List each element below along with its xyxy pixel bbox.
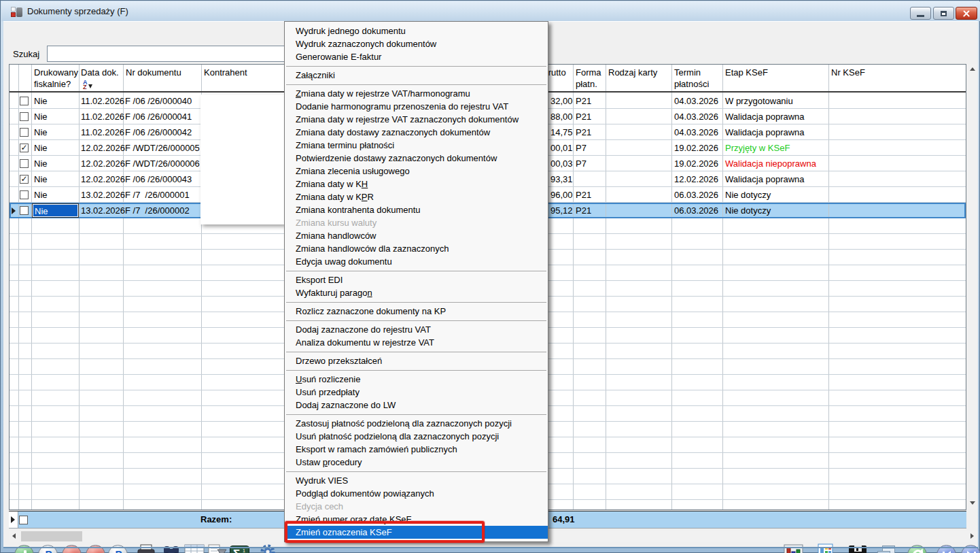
toolbar-button-last-record[interactable]: [960, 543, 980, 553]
toolbar-button-sum[interactable]: Σ1 23 4: [228, 543, 251, 553]
menu-separator: [286, 370, 546, 371]
grid-vline: [722, 65, 723, 510]
close-button[interactable]: [956, 7, 977, 20]
row-checkbox[interactable]: ✓: [20, 144, 29, 152]
cell-data-dok: 11.02.2026: [81, 93, 123, 109]
toolbar-button-delete[interactable]: [60, 543, 84, 553]
cell-etap-ksef: W przygotowaniu: [725, 93, 827, 109]
menu-item[interactable]: Usuń rozliczenie: [285, 373, 548, 386]
toolbar-button-delete-marked[interactable]: ✓: [84, 543, 107, 553]
cell-termin-platnosci: 19.02.2026: [674, 140, 720, 156]
cell-forma-platnosci: P21: [576, 109, 603, 124]
column-header-etap-ksef[interactable]: Etap KSeF: [725, 67, 820, 78]
summary-checkbox[interactable]: [19, 516, 28, 524]
menu-item[interactable]: Zmiana terminu płatności: [285, 139, 548, 152]
column-header-nr-dokumentu[interactable]: Nr dokumentu: [126, 67, 199, 78]
toolbar-button-chart[interactable]: [783, 543, 806, 553]
column-header-nr-ksef[interactable]: Nr KSeF: [831, 67, 933, 78]
menu-item[interactable]: Zmiana daty w KH: [285, 178, 548, 190]
toolbar-button-refresh[interactable]: [906, 543, 929, 553]
row-checkbox[interactable]: [20, 190, 29, 199]
grid-vline: [573, 65, 574, 510]
toolbar-button-edit-p[interactable]: P: [107, 543, 130, 553]
title-bar[interactable]: Dokumenty sprzedaży (F): [1, 1, 980, 21]
menu-item[interactable]: Wydruk jednego dokumentu: [285, 24, 548, 37]
menu-item[interactable]: Wydruk zaznaczonych dokumentów: [285, 37, 548, 50]
menu-item[interactable]: Wyfakturuj paragon: [285, 286, 548, 299]
column-header-forma-platnosci[interactable]: Forma płatn.: [576, 67, 604, 90]
toolbar-button-add[interactable]: [13, 543, 36, 553]
toolbar-button-windows[interactable]: [875, 543, 898, 553]
column-header-rodzaj-karty[interactable]: Rodzaj karty: [608, 67, 669, 78]
horizontal-scroll-thumb[interactable]: [21, 531, 82, 541]
cell-termin-platnosci: 12.02.2026: [674, 171, 720, 187]
menu-item[interactable]: Edycja uwag dokumentu: [285, 255, 548, 268]
menu-item[interactable]: Dodaj zaznaczone do rejestru VAT: [285, 323, 548, 336]
row-checkbox[interactable]: [20, 159, 29, 168]
first-record-icon: [937, 545, 956, 553]
cell-etap-ksef: Przyjęty w KSeF: [725, 140, 827, 156]
menu-item[interactable]: Podgląd dokumentów powiązanych: [285, 487, 548, 500]
menu-item[interactable]: Zmiana daty w rejestrze VAT/harmonogramu: [285, 87, 548, 100]
menu-item[interactable]: Zastosuj płatność podzieloną dla zaznacz…: [285, 417, 548, 430]
window-bottom-edge: [3, 547, 978, 548]
sort-arrow-icon: [88, 84, 92, 88]
menu-item[interactable]: Dodanie harmonogramu przenoszenia do rej…: [285, 100, 548, 113]
toolbar-button-search-binoculars[interactable]: [160, 543, 183, 553]
menu-item[interactable]: Usuń płatność podzieloną dla zaznaczonyc…: [285, 430, 548, 443]
menu-item[interactable]: Zmiana daty dostawy zaznaczonych dokumen…: [285, 126, 548, 139]
column-header-drukowany-fiskalnie[interactable]: Drukowany fiskalnie?: [34, 67, 77, 90]
menu-item[interactable]: Analiza dokumentu w rejestrze VAT: [285, 336, 548, 349]
scroll-left-icon[interactable]: [12, 533, 16, 539]
toolbar-button-first-record[interactable]: [935, 543, 958, 553]
cell-termin-platnosci: 06.03.2026: [674, 187, 720, 203]
minimize-button[interactable]: [910, 7, 931, 20]
cell-nr-dokumentu: F /06 /26/000041: [125, 109, 201, 124]
scroll-up-icon[interactable]: [970, 67, 975, 71]
drukowany-cell-editor[interactable]: Nie: [32, 203, 79, 218]
cell-etap-ksef: Walidacja poprawna: [725, 124, 827, 140]
menu-item[interactable]: Generowanie E-faktur: [285, 50, 548, 63]
cell-data-dok: 12.02.2026: [81, 171, 123, 187]
toolbar-button-settings-gears[interactable]: [259, 543, 282, 553]
menu-item[interactable]: Zmiana handlowców: [285, 229, 548, 242]
menu-item[interactable]: Drzewo przekształceń: [285, 354, 548, 367]
edit-p-icon: P: [108, 545, 128, 553]
toolbar-button-report[interactable]: [816, 543, 839, 553]
row-checkbox[interactable]: ✓: [20, 175, 29, 184]
menu-item[interactable]: Usuń przedpłaty: [285, 386, 548, 399]
column-header-data-dok[interactable]: Data dok.AZ: [81, 67, 122, 90]
menu-item[interactable]: Eksport w ramach zamówień publicznych: [285, 443, 548, 456]
report-icon: [816, 543, 836, 553]
menu-item[interactable]: Wydruk VIES: [285, 474, 548, 487]
toolbar-button-show-p[interactable]: P: [37, 543, 60, 553]
menu-item[interactable]: Zmiana zlecenia usługowego: [285, 165, 548, 178]
row-checkbox[interactable]: [20, 112, 29, 121]
cell-nr-dokumentu: F /7 /26/000001: [125, 187, 201, 203]
toolbar-button-save[interactable]: [846, 543, 869, 553]
summary-label: Razem:: [200, 512, 232, 528]
menu-item[interactable]: Eksport EDI: [285, 273, 548, 286]
scroll-down-icon[interactable]: [970, 501, 975, 505]
menu-item[interactable]: Dodaj zaznaczone do LW: [285, 399, 548, 412]
delete-icon: [62, 545, 82, 553]
scroll-right-icon[interactable]: [970, 533, 974, 539]
menu-item[interactable]: Załączniki: [285, 69, 548, 82]
menu-item[interactable]: Ustaw procedury: [285, 456, 548, 469]
toolbar-button-table-search[interactable]: [183, 543, 206, 553]
menu-item[interactable]: Potwierdzenie dostawy zaznaczonych dokum…: [285, 152, 548, 165]
menu-item[interactable]: Zmiana daty w rejestrze VAT zaznaczonych…: [285, 113, 548, 126]
menu-item[interactable]: Zmiana kontrahenta dokumentu: [285, 203, 548, 216]
menu-item[interactable]: Zmiana daty w KPR: [285, 190, 548, 203]
restore-button[interactable]: [933, 7, 954, 20]
sort-az-icon[interactable]: AZ: [83, 80, 88, 90]
toolbar-button-print[interactable]: [135, 543, 158, 553]
row-checkbox[interactable]: [20, 97, 29, 105]
menu-item[interactable]: Zmiana handlowców dla zaznaczonych: [285, 242, 548, 255]
menu-item[interactable]: Rozlicz zaznaczone dokumenty na KP: [285, 305, 548, 318]
toolbar-button-document-filter[interactable]: [206, 543, 229, 553]
cell-brutto: 96,00: [550, 187, 572, 203]
row-checkbox[interactable]: [20, 128, 29, 137]
column-header-termin-platnosci[interactable]: Termin płatności: [674, 67, 720, 90]
vertical-scrollbar[interactable]: [967, 64, 978, 509]
